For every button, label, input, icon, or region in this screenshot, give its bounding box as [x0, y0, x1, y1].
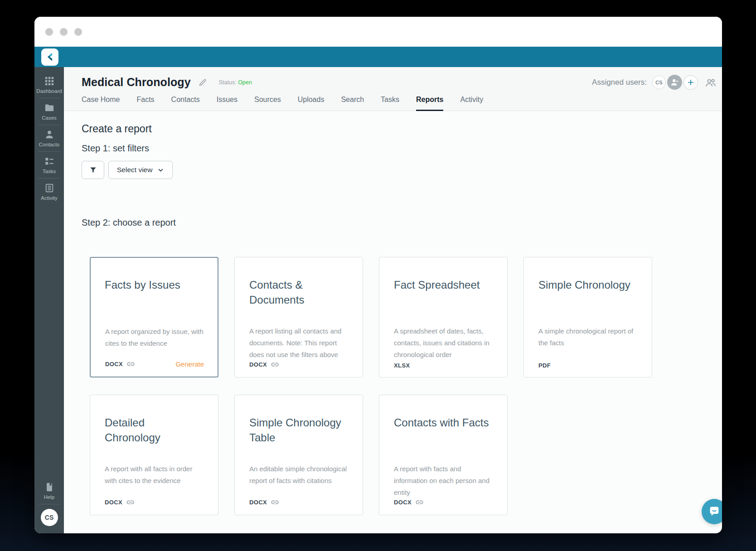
remove-user-avatar-button[interactable] [667, 75, 682, 90]
select-view-dropdown[interactable]: Select view [108, 161, 173, 179]
tab-search[interactable]: Search [341, 96, 364, 111]
help-book-icon [44, 482, 54, 492]
tab-uploads[interactable]: Uploads [298, 96, 325, 111]
sidebar-user-avatar[interactable]: CS [41, 509, 58, 526]
sidebar-item-activity[interactable]: Activity [34, 179, 64, 205]
report-card-description: A report with all facts in order with ci… [105, 463, 206, 487]
select-view-label: Select view [117, 166, 152, 174]
assigned-user-chip[interactable]: CS [652, 76, 666, 89]
report-card-description: A simple chronological report of the fac… [538, 325, 640, 349]
sidebar-item-label: Cases [42, 115, 57, 121]
report-format-label: DOCX [105, 499, 122, 506]
report-card-simple-chronology[interactable]: Simple Chronology A simple chronological… [523, 257, 652, 377]
link-icon[interactable] [126, 498, 135, 507]
generate-report-link[interactable]: Generate [175, 360, 204, 368]
report-format-label: DOCX [394, 499, 412, 506]
window-titlebar [34, 17, 722, 47]
sidebar-item-label: Contacts [39, 142, 59, 147]
reports-content: Create a report Step 1: set filters Sele… [64, 111, 722, 533]
activity-log-icon [44, 183, 54, 193]
assigned-user-initials: CS [655, 80, 662, 85]
sidebar-item-help[interactable]: Help [34, 478, 64, 504]
page-title: Create a report [82, 123, 722, 135]
tab-tasks[interactable]: Tasks [381, 96, 399, 111]
link-icon[interactable] [126, 360, 135, 368]
grid-icon [44, 76, 54, 86]
person-icon [44, 130, 54, 140]
sidebar-item-cases[interactable]: Cases [34, 98, 64, 125]
link-icon[interactable] [415, 498, 424, 507]
sidebar-item-label: Dashboard [36, 88, 62, 94]
step1-heading: Step 1: set filters [82, 143, 722, 154]
user-initials: CS [45, 514, 53, 521]
tab-contacts[interactable]: Contacts [171, 96, 200, 111]
report-card-description: A report organized by issue, with cites … [105, 326, 206, 349]
case-header: Medical Chronology Status: Open Assigned… [64, 67, 722, 111]
chat-bubble-icon [708, 505, 721, 518]
tab-activity[interactable]: Activity [460, 96, 483, 111]
window-control-dot[interactable] [60, 28, 68, 36]
step2-heading: Step 2: choose a report [82, 218, 722, 228]
report-cards-grid: Facts by Issues A report organized by is… [90, 257, 722, 515]
report-card-title: Contacts & Documents [249, 277, 354, 307]
assigned-users-label: Assigned users: [592, 78, 647, 87]
filter-button[interactable] [82, 161, 104, 179]
report-card-title: Contacts with Facts [394, 415, 498, 430]
sidebar-item-dashboard[interactable]: Dashboard [34, 72, 64, 98]
report-card-simple-chronology-table[interactable]: Simple Chronology Table An editable simp… [234, 395, 363, 515]
report-card-detailed-chronology[interactable]: Detailed Chronology A report with all fa… [90, 395, 218, 515]
report-card-description: An editable simple chronological report … [249, 463, 351, 487]
window-control-dot[interactable] [45, 28, 53, 36]
tab-reports[interactable]: Reports [416, 96, 443, 111]
edit-title-icon[interactable] [198, 78, 207, 87]
app-window: Dashboard Cases Contacts [34, 17, 722, 533]
report-card-contacts-documents[interactable]: Contacts & Documents A report listing al… [234, 257, 363, 377]
manage-users-button[interactable] [705, 77, 717, 88]
sidebar-item-contacts[interactable]: Contacts [34, 125, 64, 151]
brand-mark-icon [44, 51, 56, 63]
report-card-description: A spreadsheet of dates, facts, contacts,… [394, 325, 495, 361]
sidebar-item-label: Help [44, 494, 55, 500]
chevron-down-icon [157, 167, 164, 174]
add-user-button[interactable] [683, 75, 698, 90]
sidebar: Dashboard Cases Contacts [34, 67, 64, 533]
people-group-icon [705, 77, 717, 88]
tab-facts[interactable]: Facts [136, 96, 154, 111]
link-icon[interactable] [271, 360, 279, 369]
tab-case-home[interactable]: Case Home [82, 96, 120, 111]
case-title: Medical Chronology [82, 76, 191, 89]
sidebar-item-label: Activity [41, 195, 57, 201]
report-card-contacts-with-facts[interactable]: Contacts with Facts A report with facts … [379, 395, 508, 515]
sidebar-divider [39, 504, 60, 504]
report-card-title: Simple Chronology [538, 277, 643, 292]
report-card-title: Simple Chronology Table [249, 415, 354, 445]
report-format-label: XLSX [394, 362, 410, 369]
sidebar-item-tasks[interactable]: Tasks [34, 152, 64, 178]
tab-issues[interactable]: Issues [217, 96, 237, 111]
report-card-description: A report with facts and information on e… [394, 463, 495, 498]
report-format-label: DOCX [249, 499, 267, 506]
status-badge: Status: Open [219, 79, 252, 86]
tab-sources[interactable]: Sources [254, 96, 281, 111]
app-logo[interactable] [41, 48, 58, 66]
report-format-label: DOCX [105, 361, 123, 367]
link-icon[interactable] [271, 498, 279, 507]
report-card-title: Facts by Issues [105, 277, 208, 292]
status-label: Status: [219, 79, 237, 86]
report-card-facts-by-issues[interactable]: Facts by Issues A report organized by is… [90, 257, 218, 377]
report-card-title: Fact Spreadsheet [394, 277, 498, 292]
sidebar-item-label: Tasks [43, 169, 56, 174]
folder-icon [44, 103, 54, 113]
report-card-fact-spreadsheet[interactable]: Fact Spreadsheet A spreadsheet of dates,… [379, 257, 508, 377]
case-tabs: Case Home Facts Contacts Issues Sources … [64, 90, 722, 111]
report-format-label: PDF [538, 362, 551, 369]
report-card-description: A report listing all contacts and docume… [249, 325, 351, 361]
main-area: Medical Chronology Status: Open Assigned… [64, 67, 722, 533]
window-control-dot[interactable] [74, 28, 82, 36]
status-value: Open [238, 79, 252, 86]
report-format-label: DOCX [249, 361, 267, 368]
tasks-icon [44, 156, 54, 166]
report-card-title: Detailed Chronology [105, 415, 209, 445]
brand-bar [34, 47, 722, 67]
funnel-icon [89, 166, 97, 174]
